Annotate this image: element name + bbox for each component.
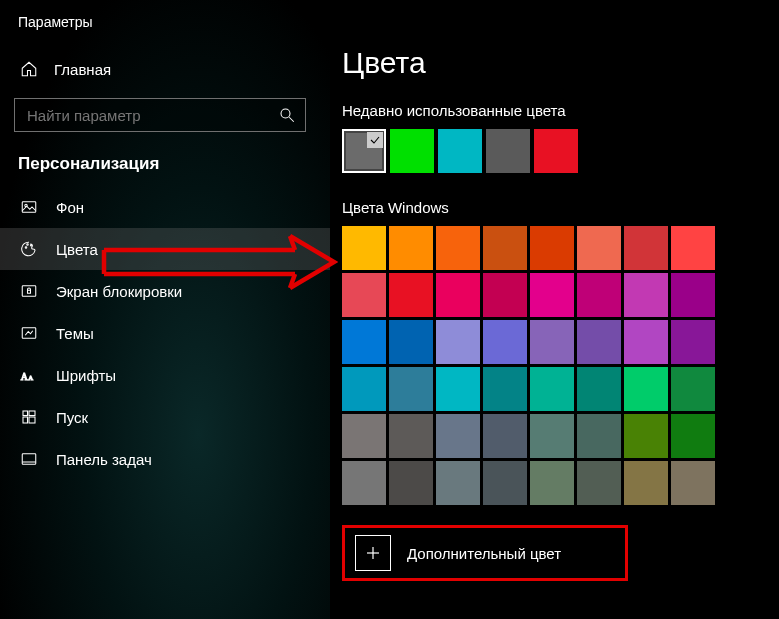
sidebar-item-3[interactable]: Темы	[0, 312, 330, 354]
windows-color-37[interactable]	[577, 414, 621, 458]
windows-color-46[interactable]	[624, 461, 668, 505]
recent-color-1[interactable]	[390, 129, 434, 173]
recent-color-3[interactable]	[486, 129, 530, 173]
windows-color-8[interactable]	[342, 273, 386, 317]
windows-color-43[interactable]	[483, 461, 527, 505]
windows-color-39[interactable]	[671, 414, 715, 458]
windows-color-5[interactable]	[577, 226, 621, 270]
windows-color-30[interactable]	[624, 367, 668, 411]
recent-color-0[interactable]	[342, 129, 386, 173]
recent-colors-row	[342, 129, 779, 173]
windows-color-33[interactable]	[389, 414, 433, 458]
windows-color-14[interactable]	[624, 273, 668, 317]
sidebar-item-4[interactable]: AAШрифты	[0, 354, 330, 396]
search-icon	[278, 106, 296, 124]
windows-color-16[interactable]	[342, 320, 386, 364]
windows-color-34[interactable]	[436, 414, 480, 458]
windows-color-35[interactable]	[483, 414, 527, 458]
windows-color-27[interactable]	[483, 367, 527, 411]
windows-color-17[interactable]	[389, 320, 433, 364]
windows-color-4[interactable]	[530, 226, 574, 270]
svg-rect-14	[23, 417, 28, 423]
sidebar-item-0[interactable]: Фон	[0, 186, 330, 228]
windows-color-44[interactable]	[530, 461, 574, 505]
sidebar-item-2[interactable]: Экран блокировки	[0, 270, 330, 312]
sidebar-item-label: Панель задач	[56, 451, 152, 468]
svg-rect-2	[22, 202, 36, 213]
windows-color-3[interactable]	[483, 226, 527, 270]
windows-color-42[interactable]	[436, 461, 480, 505]
image-icon	[20, 198, 38, 216]
windows-color-38[interactable]	[624, 414, 668, 458]
windows-color-41[interactable]	[389, 461, 433, 505]
windows-color-22[interactable]	[624, 320, 668, 364]
windows-color-0[interactable]	[342, 226, 386, 270]
windows-color-7[interactable]	[671, 226, 715, 270]
windows-color-36[interactable]	[530, 414, 574, 458]
svg-line-1	[289, 117, 294, 122]
windows-color-13[interactable]	[577, 273, 621, 317]
windows-color-25[interactable]	[389, 367, 433, 411]
page-title: Цвета	[342, 0, 779, 102]
windows-color-45[interactable]	[577, 461, 621, 505]
svg-text:A: A	[28, 374, 33, 381]
sidebar-item-label: Темы	[56, 325, 94, 342]
recent-color-4[interactable]	[534, 129, 578, 173]
search-button[interactable]	[269, 99, 305, 131]
svg-rect-13	[29, 411, 35, 416]
windows-color-40[interactable]	[342, 461, 386, 505]
search-input[interactable]	[15, 107, 269, 124]
windows-color-47[interactable]	[671, 461, 715, 505]
windows-color-29[interactable]	[577, 367, 621, 411]
windows-color-32[interactable]	[342, 414, 386, 458]
palette-icon	[20, 240, 38, 258]
svg-point-6	[31, 245, 33, 247]
windows-color-1[interactable]	[389, 226, 433, 270]
start-icon	[20, 408, 38, 426]
svg-rect-8	[28, 290, 31, 293]
sidebar-item-5[interactable]: Пуск	[0, 396, 330, 438]
windows-color-26[interactable]	[436, 367, 480, 411]
custom-color-label: Дополнительный цвет	[407, 545, 561, 562]
check-icon	[367, 132, 383, 148]
svg-text:A: A	[21, 371, 28, 382]
nav-list: ФонЦветаЭкран блокировкиТемыAAШрифтыПуск…	[0, 186, 330, 480]
sidebar: Параметры Главная Персонализация ФонЦвет…	[0, 0, 330, 619]
sidebar-item-1[interactable]: Цвета	[0, 228, 330, 270]
sidebar-item-label: Пуск	[56, 409, 88, 426]
windows-color-6[interactable]	[624, 226, 668, 270]
plus-icon	[355, 535, 391, 571]
windows-color-31[interactable]	[671, 367, 715, 411]
windows-color-20[interactable]	[530, 320, 574, 364]
svg-rect-16	[22, 454, 36, 465]
windows-color-12[interactable]	[530, 273, 574, 317]
windows-color-21[interactable]	[577, 320, 621, 364]
windows-color-28[interactable]	[530, 367, 574, 411]
main-panel: Цвета Недавно использованные цвета Цвета…	[330, 0, 779, 619]
search-box[interactable]	[14, 98, 306, 132]
windows-color-18[interactable]	[436, 320, 480, 364]
section-header: Персонализация	[0, 132, 330, 186]
windows-color-9[interactable]	[389, 273, 433, 317]
windows-colors-header: Цвета Windows	[342, 199, 779, 216]
custom-color-button[interactable]: Дополнительный цвет	[342, 525, 628, 581]
windows-color-23[interactable]	[671, 320, 715, 364]
home-label: Главная	[54, 61, 111, 78]
svg-rect-7	[22, 286, 36, 297]
windows-color-11[interactable]	[483, 273, 527, 317]
sidebar-item-6[interactable]: Панель задач	[0, 438, 330, 480]
svg-point-4	[25, 247, 27, 249]
windows-color-15[interactable]	[671, 273, 715, 317]
svg-point-5	[27, 244, 29, 246]
sidebar-item-label: Экран блокировки	[56, 283, 182, 300]
svg-rect-12	[23, 411, 28, 416]
svg-point-0	[281, 109, 290, 118]
home-button[interactable]: Главная	[0, 50, 330, 88]
sidebar-item-label: Цвета	[56, 241, 98, 258]
windows-color-19[interactable]	[483, 320, 527, 364]
windows-color-24[interactable]	[342, 367, 386, 411]
windows-color-2[interactable]	[436, 226, 480, 270]
recent-color-2[interactable]	[438, 129, 482, 173]
windows-color-10[interactable]	[436, 273, 480, 317]
theme-icon	[20, 324, 38, 342]
